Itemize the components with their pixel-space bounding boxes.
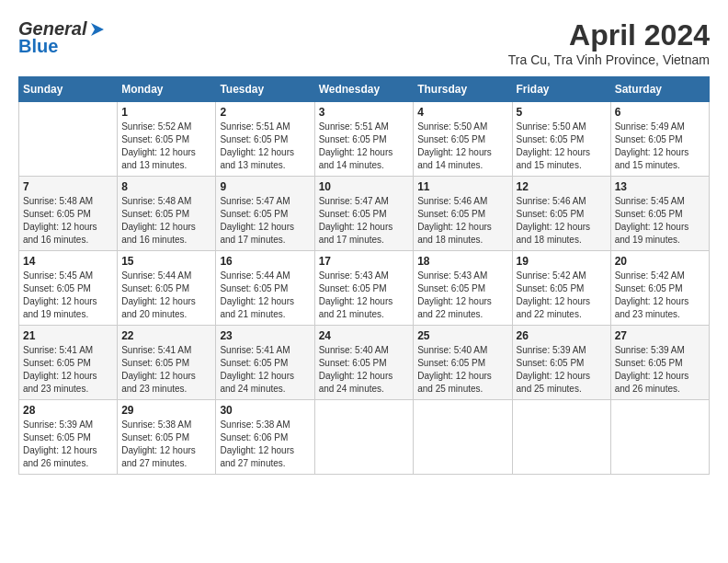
calendar-cell: 29Sunrise: 5:38 AM Sunset: 6:05 PM Dayli… <box>118 400 216 475</box>
calendar-cell: 26Sunrise: 5:39 AM Sunset: 6:05 PM Dayli… <box>512 326 610 400</box>
calendar-cell: 23Sunrise: 5:41 AM Sunset: 6:05 PM Dayli… <box>216 326 314 400</box>
logo-arrow-icon <box>87 19 108 40</box>
svg-marker-0 <box>91 23 104 36</box>
calendar-week-row: 28Sunrise: 5:39 AM Sunset: 6:05 PM Dayli… <box>19 400 710 475</box>
calendar-cell: 12Sunrise: 5:46 AM Sunset: 6:05 PM Dayli… <box>512 177 610 251</box>
calendar-cell: 18Sunrise: 5:43 AM Sunset: 6:05 PM Dayli… <box>414 251 512 326</box>
calendar-cell: 6Sunrise: 5:49 AM Sunset: 6:05 PM Daylig… <box>610 102 709 177</box>
logo: General Blue <box>18 18 108 57</box>
day-info: Sunrise: 5:51 AM Sunset: 6:05 PM Dayligh… <box>319 121 410 172</box>
day-number: 27 <box>615 329 705 342</box>
calendar-cell <box>314 400 414 475</box>
day-info: Sunrise: 5:39 AM Sunset: 6:05 PM Dayligh… <box>615 344 705 396</box>
calendar-cell: 28Sunrise: 5:39 AM Sunset: 6:05 PM Dayli… <box>19 400 118 475</box>
calendar-cell: 19Sunrise: 5:42 AM Sunset: 6:05 PM Dayli… <box>512 251 610 326</box>
logo-blue-text: Blue <box>18 36 58 57</box>
calendar-week-row: 21Sunrise: 5:41 AM Sunset: 6:05 PM Dayli… <box>19 326 710 400</box>
day-info: Sunrise: 5:39 AM Sunset: 6:05 PM Dayligh… <box>517 344 607 396</box>
day-number: 22 <box>121 329 211 342</box>
day-info: Sunrise: 5:38 AM Sunset: 6:05 PM Dayligh… <box>121 419 211 470</box>
day-number: 9 <box>220 180 310 193</box>
calendar-cell: 30Sunrise: 5:38 AM Sunset: 6:06 PM Dayli… <box>216 400 314 475</box>
day-number: 17 <box>319 255 410 268</box>
calendar-cell: 20Sunrise: 5:42 AM Sunset: 6:05 PM Dayli… <box>610 251 709 326</box>
calendar-cell: 2Sunrise: 5:51 AM Sunset: 6:05 PM Daylig… <box>216 102 314 177</box>
day-number: 21 <box>23 329 113 342</box>
day-info: Sunrise: 5:45 AM Sunset: 6:05 PM Dayligh… <box>615 195 705 247</box>
day-number: 2 <box>220 106 310 119</box>
col-tuesday: Tuesday <box>216 77 314 102</box>
day-number: 28 <box>23 404 113 417</box>
col-sunday: Sunday <box>19 77 118 102</box>
calendar-cell: 10Sunrise: 5:47 AM Sunset: 6:05 PM Dayli… <box>314 177 414 251</box>
col-thursday: Thursday <box>414 77 512 102</box>
day-number: 14 <box>23 255 113 268</box>
day-info: Sunrise: 5:44 AM Sunset: 6:05 PM Dayligh… <box>220 270 310 321</box>
location-title: Tra Cu, Tra Vinh Province, Vietnam <box>508 52 710 67</box>
day-number: 15 <box>121 255 211 268</box>
calendar-cell: 14Sunrise: 5:45 AM Sunset: 6:05 PM Dayli… <box>19 251 118 326</box>
day-info: Sunrise: 5:47 AM Sunset: 6:05 PM Dayligh… <box>319 195 410 247</box>
col-wednesday: Wednesday <box>314 77 414 102</box>
day-info: Sunrise: 5:41 AM Sunset: 6:05 PM Dayligh… <box>121 344 211 396</box>
calendar-week-row: 14Sunrise: 5:45 AM Sunset: 6:05 PM Dayli… <box>19 251 710 326</box>
day-number: 6 <box>615 106 705 119</box>
day-number: 25 <box>417 329 507 342</box>
day-number: 23 <box>220 329 310 342</box>
calendar-cell: 4Sunrise: 5:50 AM Sunset: 6:05 PM Daylig… <box>414 102 512 177</box>
calendar-cell: 24Sunrise: 5:40 AM Sunset: 6:05 PM Dayli… <box>314 326 414 400</box>
calendar-cell <box>414 400 512 475</box>
day-number: 1 <box>121 106 211 119</box>
day-info: Sunrise: 5:47 AM Sunset: 6:05 PM Dayligh… <box>220 195 310 247</box>
calendar-cell: 17Sunrise: 5:43 AM Sunset: 6:05 PM Dayli… <box>314 251 414 326</box>
day-number: 29 <box>121 404 211 417</box>
day-info: Sunrise: 5:39 AM Sunset: 6:05 PM Dayligh… <box>23 419 113 470</box>
calendar-week-row: 7Sunrise: 5:48 AM Sunset: 6:05 PM Daylig… <box>19 177 710 251</box>
calendar-cell: 15Sunrise: 5:44 AM Sunset: 6:05 PM Dayli… <box>118 251 216 326</box>
day-info: Sunrise: 5:42 AM Sunset: 6:05 PM Dayligh… <box>615 270 705 321</box>
day-number: 20 <box>615 255 705 268</box>
day-number: 8 <box>121 180 211 193</box>
calendar-cell: 13Sunrise: 5:45 AM Sunset: 6:05 PM Dayli… <box>610 177 709 251</box>
calendar-cell: 1Sunrise: 5:52 AM Sunset: 6:05 PM Daylig… <box>118 102 216 177</box>
day-number: 16 <box>220 255 310 268</box>
day-info: Sunrise: 5:50 AM Sunset: 6:05 PM Dayligh… <box>417 121 507 172</box>
day-number: 12 <box>517 180 607 193</box>
day-number: 11 <box>417 180 507 193</box>
day-info: Sunrise: 5:51 AM Sunset: 6:05 PM Dayligh… <box>220 121 310 172</box>
day-info: Sunrise: 5:52 AM Sunset: 6:05 PM Dayligh… <box>121 121 211 172</box>
calendar-week-row: 1Sunrise: 5:52 AM Sunset: 6:05 PM Daylig… <box>19 102 710 177</box>
day-info: Sunrise: 5:50 AM Sunset: 6:05 PM Dayligh… <box>517 121 607 172</box>
day-number: 3 <box>319 106 410 119</box>
day-info: Sunrise: 5:43 AM Sunset: 6:05 PM Dayligh… <box>319 270 410 321</box>
day-number: 26 <box>517 329 607 342</box>
calendar-cell: 25Sunrise: 5:40 AM Sunset: 6:05 PM Dayli… <box>414 326 512 400</box>
calendar-cell: 22Sunrise: 5:41 AM Sunset: 6:05 PM Dayli… <box>118 326 216 400</box>
calendar-cell <box>19 102 118 177</box>
day-number: 5 <box>517 106 607 119</box>
day-number: 18 <box>417 255 507 268</box>
day-info: Sunrise: 5:41 AM Sunset: 6:05 PM Dayligh… <box>220 344 310 396</box>
day-info: Sunrise: 5:46 AM Sunset: 6:05 PM Dayligh… <box>417 195 507 247</box>
day-info: Sunrise: 5:45 AM Sunset: 6:05 PM Dayligh… <box>23 270 113 321</box>
day-info: Sunrise: 5:48 AM Sunset: 6:05 PM Dayligh… <box>23 195 113 247</box>
calendar-cell <box>512 400 610 475</box>
day-info: Sunrise: 5:44 AM Sunset: 6:05 PM Dayligh… <box>121 270 211 321</box>
calendar-table: Sunday Monday Tuesday Wednesday Thursday… <box>18 76 710 475</box>
day-info: Sunrise: 5:42 AM Sunset: 6:05 PM Dayligh… <box>517 270 607 321</box>
day-info: Sunrise: 5:46 AM Sunset: 6:05 PM Dayligh… <box>517 195 607 247</box>
calendar-cell: 3Sunrise: 5:51 AM Sunset: 6:05 PM Daylig… <box>314 102 414 177</box>
calendar-cell: 5Sunrise: 5:50 AM Sunset: 6:05 PM Daylig… <box>512 102 610 177</box>
month-title: April 2024 <box>508 18 710 52</box>
day-info: Sunrise: 5:49 AM Sunset: 6:05 PM Dayligh… <box>615 121 705 172</box>
calendar-cell: 21Sunrise: 5:41 AM Sunset: 6:05 PM Dayli… <box>19 326 118 400</box>
calendar-header-row: Sunday Monday Tuesday Wednesday Thursday… <box>19 77 710 102</box>
day-number: 24 <box>319 329 410 342</box>
header: General Blue April 2024 Tra Cu, Tra Vinh… <box>18 18 710 67</box>
day-info: Sunrise: 5:38 AM Sunset: 6:06 PM Dayligh… <box>220 419 310 470</box>
day-info: Sunrise: 5:40 AM Sunset: 6:05 PM Dayligh… <box>319 344 410 396</box>
day-number: 7 <box>23 180 113 193</box>
calendar-cell: 16Sunrise: 5:44 AM Sunset: 6:05 PM Dayli… <box>216 251 314 326</box>
day-info: Sunrise: 5:48 AM Sunset: 6:05 PM Dayligh… <box>121 195 211 247</box>
calendar-cell: 8Sunrise: 5:48 AM Sunset: 6:05 PM Daylig… <box>118 177 216 251</box>
